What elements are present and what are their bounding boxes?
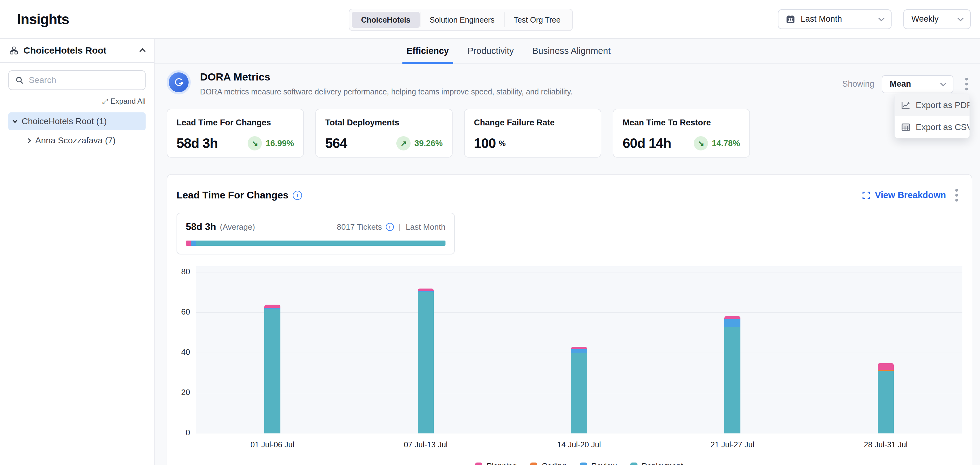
y-tick-label: 0	[186, 428, 190, 438]
legend-label: Deployment	[642, 462, 683, 465]
legend-item-planning[interactable]: Planning	[475, 462, 517, 465]
tab-productivity[interactable]: Productivity	[468, 46, 514, 64]
collapse-chevron-up-icon[interactable]	[139, 48, 146, 54]
bar-segment-planning[interactable]	[418, 289, 434, 291]
trend-badge: ↗ 39.26%	[396, 136, 443, 150]
bar-segment-planning[interactable]	[724, 316, 740, 319]
org-tree: ChoiceHotels Root (1) Anna Scozzafava (7…	[8, 112, 146, 150]
lead-time-chart-card: Lead Time For Changes i View Breakdown	[167, 174, 972, 465]
bar-segment-review[interactable]	[724, 319, 740, 327]
x-axis-label: 07 Jul-13 Jul	[349, 440, 503, 449]
chart-plus-icon	[901, 100, 911, 110]
bar-segment-planning[interactable]	[264, 305, 280, 308]
aggregation-select[interactable]: Mean	[882, 75, 953, 93]
trend-percent: 14.78%	[712, 139, 740, 148]
progress-segment-deployment	[196, 241, 445, 246]
bar-week-2[interactable]	[418, 289, 434, 433]
dora-metrics-title: DORA Metrics	[200, 71, 573, 83]
tab-business-alignment[interactable]: Business Alignment	[532, 46, 611, 64]
bar-segment-deployment[interactable]	[878, 371, 894, 433]
card-change-failure-rate: Change Failure Rate 100 %	[464, 109, 601, 158]
legend-swatch	[580, 462, 587, 465]
chart-kebab-menu-button[interactable]	[951, 186, 963, 205]
showing-label: Showing	[842, 79, 874, 89]
bar-week-1[interactable]	[264, 305, 280, 433]
progress-segment-review	[191, 241, 196, 246]
y-tick-label: 40	[181, 347, 190, 357]
x-axis-label: 14 Jul-20 Jul	[503, 440, 656, 449]
dora-metrics-description: DORA metrics measure software delivery p…	[200, 87, 573, 96]
chart-section-title: Lead Time For Changes	[177, 190, 288, 201]
bar-segment-deployment[interactable]	[571, 353, 587, 433]
period-select[interactable]: Last Month	[778, 9, 892, 29]
chevron-down-icon	[878, 15, 885, 21]
period-label: Last Month	[406, 222, 445, 232]
export-csv-label: Export as CSV	[916, 122, 970, 132]
x-axis-label: 28 Jul-31 Jul	[809, 440, 963, 449]
export-pdf-menu-item[interactable]: Export as PDF	[895, 94, 969, 116]
trend-arrow-icon: ↘	[694, 136, 708, 150]
org-tab-group: ChoiceHotels Solution Engineers Test Org…	[349, 9, 573, 31]
card-value-suffix: %	[499, 139, 506, 148]
divider: |	[399, 222, 401, 232]
legend-item-review[interactable]: Review	[580, 462, 617, 465]
legend-item-coding[interactable]: Coding	[530, 462, 566, 465]
export-csv-menu-item[interactable]: Export as CSV	[895, 116, 969, 138]
table-icon	[901, 122, 911, 132]
search-input[interactable]	[29, 75, 140, 85]
info-icon[interactable]: i	[386, 223, 394, 231]
org-tab-choicehotels[interactable]: ChoiceHotels	[352, 12, 420, 28]
average-label: (Average)	[220, 222, 255, 232]
org-tab-solution-engineers[interactable]: Solution Engineers	[420, 12, 504, 28]
expand-all-button[interactable]: ⤢ Expand All	[102, 97, 146, 105]
sidebar: ChoiceHotels Root ⤢ Expand All	[0, 39, 154, 465]
view-breakdown-button[interactable]: View Breakdown	[862, 190, 946, 200]
calendar-icon	[786, 14, 795, 24]
dora-kebab-menu-button[interactable]	[961, 75, 972, 94]
chart-legend: PlanningCodingReviewDeployment	[196, 462, 963, 465]
tree-item-anna-scozzafava[interactable]: Anna Scozzafava (7)	[22, 131, 146, 150]
card-title: Mean Time To Restore	[623, 118, 740, 128]
tab-efficiency[interactable]: Efficiency	[407, 46, 449, 64]
org-tab-test-org-tree[interactable]: Test Org Tree	[504, 12, 570, 28]
tickets-count: 8017 Tickets	[337, 222, 382, 232]
info-icon[interactable]: i	[293, 191, 302, 200]
granularity-select[interactable]: Weekly	[903, 9, 971, 29]
chevron-right-icon[interactable]	[26, 138, 31, 143]
tree-item-label: ChoiceHotels Root (1)	[22, 117, 107, 126]
progress-segment-planning	[186, 241, 191, 246]
bar-segment-deployment[interactable]	[264, 309, 280, 433]
y-tick-label: 80	[181, 267, 190, 276]
bar-week-4[interactable]	[724, 316, 740, 433]
legend-item-deployment[interactable]: Deployment	[630, 462, 683, 465]
bar-segment-deployment[interactable]	[724, 327, 740, 433]
export-pdf-label: Export as PDF	[916, 100, 970, 110]
sidebar-header: ChoiceHotels Root	[0, 39, 154, 63]
bar-week-3[interactable]	[571, 347, 587, 433]
granularity-select-value: Weekly	[912, 14, 953, 24]
card-total-deployments: Total Deployments 564 ↗ 39.26%	[315, 109, 453, 158]
bar-segment-planning[interactable]	[878, 363, 894, 370]
phase-progress-bar	[186, 241, 445, 246]
tree-item-choicehotels-root[interactable]: ChoiceHotels Root (1)	[8, 112, 146, 130]
bar-week-5[interactable]	[878, 363, 894, 433]
sidebar-root-label: ChoiceHotels Root	[24, 45, 135, 56]
card-value: 60d 14h	[623, 136, 671, 151]
chevron-down-icon[interactable]	[13, 118, 18, 123]
dora-metrics-icon	[167, 70, 191, 94]
y-axis: 020406080	[177, 266, 196, 433]
card-title: Lead Time For Changes	[177, 118, 294, 128]
trend-arrow-icon: ↘	[248, 136, 262, 150]
trend-percent: 39.26%	[414, 139, 443, 148]
expand-corners-icon	[862, 191, 870, 200]
trend-percent: 16.99%	[266, 139, 294, 148]
trend-badge: ↘ 16.99%	[248, 136, 294, 150]
tree-item-label: Anna Scozzafava (7)	[35, 136, 116, 145]
bar-segment-review[interactable]	[571, 349, 587, 353]
x-axis-labels: 01 Jul-06 Jul07 Jul-13 Jul14 Jul-20 Jul2…	[196, 440, 963, 449]
app-header: Insights ChoiceHotels Solution Engineers…	[0, 0, 980, 39]
bar-segment-deployment[interactable]	[418, 292, 434, 433]
bar-segment-planning[interactable]	[571, 347, 587, 349]
card-mean-time-to-restore: Mean Time To Restore 60d 14h ↘ 14.78%	[613, 109, 750, 158]
card-value: 564	[325, 136, 347, 151]
